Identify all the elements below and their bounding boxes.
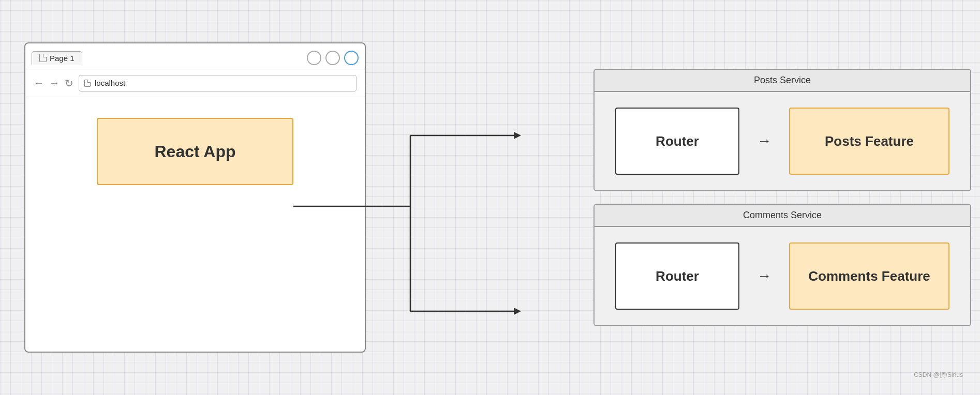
posts-service-box: Posts Service Router → Posts Feature [593,69,971,191]
react-app-box: React App [97,118,293,185]
svg-marker-5 [514,308,521,315]
watermark: CSDN @惆/Sirius [914,371,963,379]
comments-service-box: Comments Service Router → Comments Featu… [593,204,971,326]
browser-tab[interactable]: Page 1 [32,51,82,65]
posts-router-box: Router [615,108,739,175]
refresh-icon[interactable]: ↻ [65,77,73,89]
comments-feature-label: Comments Feature [808,268,930,284]
browser-circle-3[interactable] [344,51,359,65]
posts-arrow-icon: → [757,133,771,149]
browser-controls [307,51,359,65]
posts-feature-label: Posts Feature [825,133,914,149]
back-arrow-icon[interactable]: ← [34,77,44,89]
services-area: Posts Service Router → Posts Feature Com… [593,69,971,326]
tab-label: Page 1 [50,54,75,63]
address-bar[interactable]: localhost [79,75,357,92]
canvas: Page 1 ← → ↻ localhost React App [9,11,971,384]
browser-circle-1[interactable] [307,51,321,65]
browser-window: Page 1 ← → ↻ localhost React App [24,42,366,353]
browser-circle-2[interactable] [325,51,340,65]
address-page-icon [84,80,91,87]
posts-service-title: Posts Service [595,70,970,92]
comments-service-content: Router → Comments Feature [595,227,970,325]
react-app-label: React App [154,142,235,161]
forward-arrow-icon[interactable]: → [49,77,60,89]
address-text: localhost [95,79,125,87]
browser-content: React App [25,97,365,206]
posts-service-content: Router → Posts Feature [595,92,970,190]
posts-feature-box: Posts Feature [789,108,949,175]
browser-toolbar: ← → ↻ localhost [25,69,365,97]
browser-titlebar: Page 1 [25,43,365,69]
posts-router-label: Router [656,133,699,149]
tab-page-icon [39,54,47,62]
comments-feature-box: Comments Feature [789,242,949,310]
comments-arrow-icon: → [757,268,771,284]
svg-marker-3 [514,132,521,139]
comments-router-box: Router [615,242,739,310]
comments-router-label: Router [656,268,699,284]
comments-service-title: Comments Service [595,205,970,227]
